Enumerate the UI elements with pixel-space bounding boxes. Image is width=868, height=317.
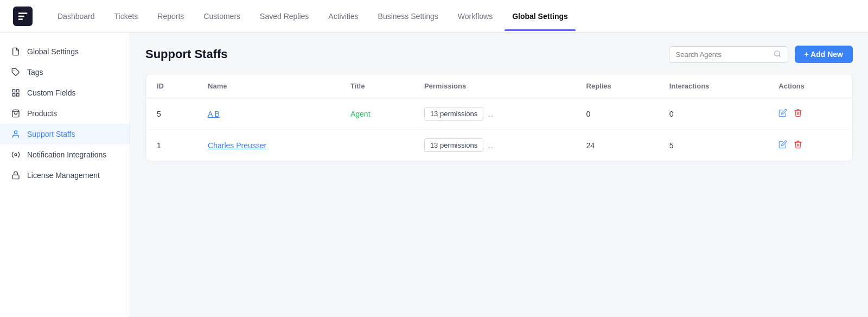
nav-item-dashboard[interactable]: Dashboard — [50, 8, 103, 25]
page-title: Support Staffs — [145, 47, 228, 61]
col-actions: Actions — [768, 74, 852, 98]
cell-actions-1 — [768, 98, 852, 130]
search-icon — [774, 50, 781, 59]
cell-permissions-2: 13 permissions .. — [413, 130, 576, 161]
main-header: Support Staffs + Add New — [145, 46, 853, 63]
col-replies: Replies — [576, 74, 659, 98]
top-navigation: Dashboard Tickets Reports Customers Save… — [0, 0, 868, 33]
col-id: ID — [146, 74, 197, 98]
grid-icon — [11, 88, 21, 98]
cell-interactions-2: 5 — [659, 130, 768, 161]
cell-replies-1: 0 — [576, 98, 659, 130]
sidebar-item-support-staffs[interactable]: Support Staffs — [0, 124, 130, 144]
col-interactions: Interactions — [659, 74, 768, 98]
search-input[interactable] — [676, 50, 769, 59]
app-body: Global Settings Tags Custom Fields — [0, 33, 868, 317]
permissions-dots-1: .. — [488, 109, 494, 119]
sidebar-item-custom-fields[interactable]: Custom Fields — [0, 83, 130, 103]
user-icon — [11, 129, 21, 139]
main-content: Support Staffs + Add New ID — [130, 33, 868, 317]
agent-link-2[interactable]: Charles Preusser — [208, 141, 266, 150]
nav-item-global-settings[interactable]: Global Settings — [505, 8, 576, 25]
nav-item-business-settings[interactable]: Business Settings — [371, 8, 446, 25]
cell-title-2 — [340, 130, 413, 161]
bell-icon — [11, 150, 21, 160]
sidebar-item-global-settings[interactable]: Global Settings — [0, 41, 130, 62]
edit-button-2[interactable] — [778, 140, 787, 151]
nav-item-saved-replies[interactable]: Saved Replies — [252, 8, 316, 25]
sidebar-label-custom-fields: Custom Fields — [27, 88, 75, 97]
staff-table-container: ID Name Title Permissions Replies Intera… — [145, 74, 853, 161]
cell-replies-2: 24 — [576, 130, 659, 161]
nav-item-activities[interactable]: Activities — [321, 8, 366, 25]
svg-rect-3 — [16, 93, 19, 96]
nav-items: Dashboard Tickets Reports Customers Save… — [50, 8, 855, 25]
nav-item-tickets[interactable]: Tickets — [107, 8, 146, 25]
svg-rect-1 — [12, 90, 15, 92]
svg-rect-8 — [12, 175, 19, 179]
sidebar-label-support-staffs: Support Staffs — [27, 130, 75, 138]
sidebar: Global Settings Tags Custom Fields — [0, 33, 130, 317]
cell-id-1: 5 — [146, 98, 197, 130]
sidebar-label-notification-integrations: Notification Integrations — [27, 150, 106, 159]
sidebar-label-license-management: License Management — [27, 171, 100, 180]
cell-title-1: Agent — [340, 98, 413, 130]
cell-id-2: 1 — [146, 130, 197, 161]
search-box[interactable] — [669, 46, 788, 63]
svg-point-6 — [14, 131, 17, 134]
sidebar-label-tags: Tags — [27, 68, 43, 77]
lock-icon — [11, 170, 21, 180]
svg-rect-4 — [12, 93, 15, 96]
sidebar-label-global-settings: Global Settings — [27, 47, 79, 56]
cell-actions-2 — [768, 130, 852, 161]
cell-name-1: A B — [197, 98, 340, 130]
nav-item-reports[interactable]: Reports — [150, 8, 192, 25]
permissions-badge-2[interactable]: 13 permissions — [424, 138, 483, 152]
permissions-badge-1[interactable]: 13 permissions — [424, 107, 483, 121]
tag-icon — [11, 67, 21, 77]
sidebar-label-products: Products — [27, 109, 57, 118]
table-row: 5 A B Agent 13 permissions .. — [146, 98, 852, 130]
cell-name-2: Charles Preusser — [197, 130, 340, 161]
col-permissions: Permissions — [413, 74, 576, 98]
permissions-dots-2: .. — [488, 141, 494, 150]
cell-interactions-1: 0 — [659, 98, 768, 130]
app-logo[interactable] — [13, 7, 33, 26]
nav-item-workflows[interactable]: Workflows — [450, 8, 500, 25]
delete-button-1[interactable] — [794, 109, 802, 119]
agent-title-1: Agent — [350, 110, 371, 118]
svg-rect-2 — [16, 90, 19, 92]
header-right: + Add New — [669, 46, 853, 63]
table-header-row: ID Name Title Permissions Replies Intera… — [146, 74, 852, 98]
col-name: Name — [197, 74, 340, 98]
sidebar-item-products[interactable]: Products — [0, 103, 130, 124]
cell-permissions-1: 13 permissions .. — [413, 98, 576, 130]
bag-icon — [11, 109, 21, 118]
svg-point-7 — [15, 154, 17, 156]
col-title: Title — [340, 74, 413, 98]
file-icon — [11, 47, 21, 56]
delete-button-2[interactable] — [794, 140, 802, 151]
edit-button-1[interactable] — [778, 109, 787, 119]
svg-line-10 — [778, 55, 780, 56]
table-row: 1 Charles Preusser 13 permissions .. — [146, 130, 852, 161]
sidebar-item-tags[interactable]: Tags — [0, 62, 130, 83]
staff-table: ID Name Title Permissions Replies Intera… — [146, 74, 852, 161]
nav-item-customers[interactable]: Customers — [196, 8, 248, 25]
agent-link-1[interactable]: A B — [208, 110, 220, 118]
sidebar-item-notification-integrations[interactable]: Notification Integrations — [0, 144, 130, 165]
sidebar-item-license-management[interactable]: License Management — [0, 165, 130, 186]
add-new-button[interactable]: + Add New — [795, 46, 853, 63]
